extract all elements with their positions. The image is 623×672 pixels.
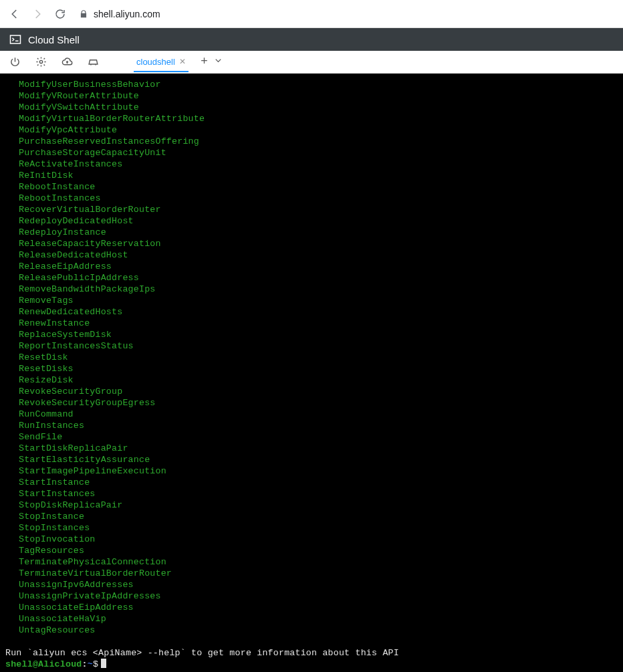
svg-point-1 <box>39 60 42 63</box>
storage-icon <box>88 56 99 68</box>
api-line: ModifyVSwitchAttribute <box>5 102 618 113</box>
terminal-prompt: shell@Alicloud:~$ <box>5 659 618 670</box>
app-title: Cloud Shell <box>28 34 80 45</box>
api-line: ReActivateInstances <box>5 158 618 170</box>
tab-close-button[interactable]: ✕ <box>179 57 186 66</box>
arrow-right-icon <box>31 8 43 20</box>
api-line: RenewDedicatedHosts <box>5 306 618 318</box>
api-line: ReleaseEipAddress <box>5 261 618 272</box>
api-line: UnassociateHaVip <box>5 613 618 625</box>
api-line: ReInitDisk <box>5 170 618 181</box>
api-line: RemoveBandwidthPackageIps <box>5 284 618 295</box>
prompt-user: shell@Alicloud <box>5 659 82 669</box>
nav-forward-button[interactable] <box>28 5 47 23</box>
api-line: RunCommand <box>5 409 618 420</box>
plus-icon <box>199 55 209 66</box>
new-tab-button[interactable] <box>199 55 209 68</box>
api-line: RebootInstances <box>5 193 618 204</box>
cloud-upload-icon <box>61 56 73 68</box>
cursor <box>101 659 106 668</box>
terminal-hint: Run `aliyun ecs <ApiName> --help` to get… <box>5 647 618 659</box>
terminal-icon <box>9 33 21 45</box>
api-line: UntagResources <box>5 625 618 636</box>
api-line: UnassociateEipAddress <box>5 602 618 613</box>
api-line: ModifyVirtualBorderRouterAttribute <box>5 113 618 124</box>
api-line: RecoverVirtualBorderRouter <box>5 204 618 215</box>
api-line: RunInstances <box>5 420 618 431</box>
url-text: shell.aliyun.com <box>94 9 160 19</box>
nav-back-button[interactable] <box>5 5 24 23</box>
api-line: UnassignIpv6Addresses <box>5 579 618 590</box>
toolbar: cloudshell ✕ <box>0 51 623 74</box>
app-header: Cloud Shell <box>0 28 623 51</box>
api-line: RenewInstance <box>5 318 618 329</box>
tabs: cloudshell ✕ <box>134 52 223 72</box>
settings-button[interactable] <box>35 56 47 68</box>
upload-button[interactable] <box>61 56 73 68</box>
api-line: TerminatePhysicalConnection <box>5 556 618 568</box>
prompt-path: ~ <box>88 659 93 669</box>
prompt-colon: : <box>82 659 88 669</box>
api-line: RevokeSecurityGroup <box>5 386 618 397</box>
api-line: StartInstance <box>5 477 618 488</box>
tab-label: cloudshell <box>136 57 175 67</box>
api-line: RedeployDedicatedHost <box>5 215 618 227</box>
api-line: ReplaceSystemDisk <box>5 329 618 340</box>
api-line: ReleaseDedicatedHost <box>5 249 618 261</box>
api-line: StartDiskReplicaPair <box>5 443 618 454</box>
svg-rect-0 <box>11 35 21 43</box>
api-line: ResetDisks <box>5 363 618 374</box>
nav-reload-button[interactable] <box>51 5 70 23</box>
api-line: PurchaseStorageCapacityUnit <box>5 147 618 158</box>
api-line: RedeployInstance <box>5 227 618 238</box>
api-line: StartElasticityAssurance <box>5 454 618 465</box>
power-button[interactable] <box>9 56 21 68</box>
api-line: RemoveTags <box>5 295 618 306</box>
browser-chrome: shell.aliyun.com <box>0 0 623 28</box>
api-line: PurchaseReservedInstancesOffering <box>5 136 618 147</box>
api-line: TagResources <box>5 545 618 556</box>
api-line: StartInstances <box>5 488 618 499</box>
api-line: StopInstances <box>5 522 618 534</box>
api-line: ReleaseCapacityReservation <box>5 238 618 249</box>
api-line: StartImagePipelineExecution <box>5 465 618 477</box>
arrow-left-icon <box>9 8 21 20</box>
storage-button[interactable] <box>88 56 99 68</box>
api-line: RevokeSecurityGroupEgress <box>5 397 618 409</box>
lock-icon <box>79 9 88 19</box>
chevron-down-icon <box>213 55 223 66</box>
api-line: RebootInstance <box>5 181 618 193</box>
gear-icon <box>35 56 47 68</box>
api-line: UnassignPrivateIpAddresses <box>5 590 618 602</box>
api-line: ReportInstancesStatus <box>5 340 618 352</box>
api-line: StopInvocation <box>5 534 618 545</box>
api-line: ModifyVRouterAttribute <box>5 90 618 102</box>
api-line: StopInstance <box>5 511 618 522</box>
api-line: ResizeDisk <box>5 374 618 386</box>
power-icon <box>9 56 21 68</box>
api-line: SendFile <box>5 431 618 443</box>
api-line: ModifyVpcAttribute <box>5 124 618 136</box>
terminal[interactable]: ModifyUserBusinessBehaviorModifyVRouterA… <box>0 74 623 672</box>
reload-icon <box>54 8 66 20</box>
api-line: ModifyUserBusinessBehavior <box>5 79 618 90</box>
prompt-dollar: $ <box>93 659 98 669</box>
api-line: TerminateVirtualBorderRouter <box>5 568 618 579</box>
api-line: ResetDisk <box>5 352 618 363</box>
tab-cloudshell[interactable]: cloudshell ✕ <box>134 52 189 72</box>
api-line: ReleasePublicIpAddress <box>5 272 618 284</box>
url-bar[interactable]: shell.aliyun.com <box>74 9 618 19</box>
tab-menu-button[interactable] <box>213 55 223 68</box>
api-line: StopDiskReplicaPair <box>5 499 618 511</box>
